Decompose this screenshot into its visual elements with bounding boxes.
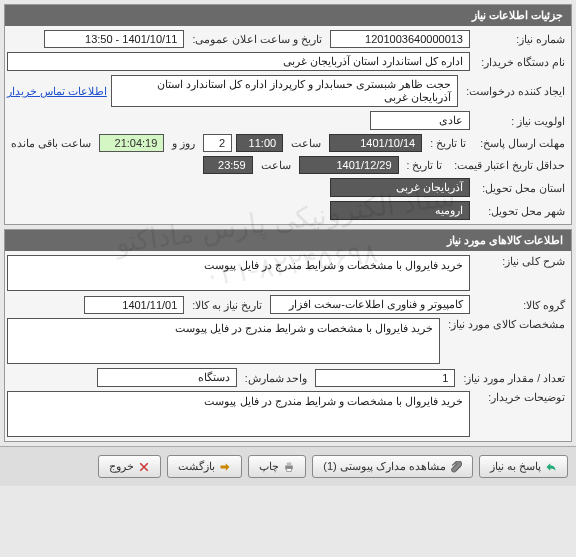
exit-icon: [138, 461, 150, 473]
validity-label: حداقل تاریخ اعتبار قیمت:: [450, 159, 569, 171]
buyer-contact-link[interactable]: اطلاعات تماس خریدار: [7, 85, 107, 97]
buyer-field: اداره کل استاندارد استان آذربایجان غربی: [7, 52, 470, 71]
print-icon: [283, 461, 295, 473]
remain-time-field: 21:04:19: [99, 134, 165, 152]
goods-info-header: اطلاعات کالاهای مورد نیاز: [5, 230, 571, 251]
button-bar: پاسخ به نیاز مشاهده مدارک پیوستی (1) چاپ…: [0, 446, 576, 486]
desc-label: شرح کلی نیاز:: [474, 255, 569, 267]
creator-field: حجت ظاهر شبستری حسابدار و کارپرداز اداره…: [111, 75, 458, 107]
goods-info-panel: اطلاعات کالاهای مورد نیاز شرح کلی نیاز: …: [4, 229, 572, 442]
svg-rect-2: [287, 468, 292, 471]
city-label: شهر محل تحویل:: [474, 205, 569, 217]
reply-button-label: پاسخ به نیاز: [490, 460, 541, 473]
qty-field: 1: [315, 369, 455, 387]
need-no-field: 1201003640000013: [330, 30, 470, 48]
group-label: گروه کالا:: [474, 299, 569, 311]
priority-label: اولویت نیاز :: [474, 115, 569, 127]
reply-button[interactable]: پاسخ به نیاز: [479, 455, 568, 478]
time-label-2: ساعت: [257, 159, 295, 171]
remain-suffix: ساعت باقی مانده: [7, 137, 95, 149]
announce-field: 1401/10/11 - 13:50: [44, 30, 184, 48]
svg-rect-1: [287, 462, 292, 465]
need-no-label: شماره نیاز:: [474, 33, 569, 45]
city-field: ارومیه: [330, 201, 470, 220]
need-date-label: تاریخ نیاز به کالا:: [188, 299, 266, 311]
attachments-button[interactable]: مشاهده مدارک پیوستی (1): [312, 455, 473, 478]
remain-days-label: روز و: [168, 137, 199, 149]
back-button[interactable]: بازگشت: [167, 455, 242, 478]
back-icon: [219, 461, 231, 473]
validity-time-field: 23:59: [203, 156, 253, 174]
print-button[interactable]: چاپ: [248, 455, 306, 478]
deadline-date-field: 1401/10/14: [329, 134, 422, 152]
creator-label: ایجاد کننده درخواست:: [462, 85, 569, 97]
desc-field: خرید فایروال با مشخصات و شرایط مندرج در …: [7, 255, 470, 291]
exit-button-label: خروج: [109, 460, 134, 473]
print-button-label: چاپ: [259, 460, 279, 473]
unit-label: واحد شمارش:: [241, 372, 312, 384]
need-date-field: 1401/11/01: [84, 296, 184, 314]
buyer-notes-field: خرید فایروال با مشخصات و شرایط مندرج در …: [7, 391, 470, 437]
exit-button[interactable]: خروج: [98, 455, 161, 478]
deadline-time-field: 11:00: [236, 134, 283, 152]
remain-days-field: 2: [203, 134, 232, 152]
need-details-header: جزئیات اطلاعات نیاز: [5, 5, 571, 26]
qty-label: تعداد / مقدار مورد نیاز:: [459, 372, 569, 384]
deadline-label: مهلت ارسال پاسخ:: [474, 137, 569, 149]
province-field: آذربایجان غربی: [330, 178, 470, 197]
spec-field: خرید فایروال با مشخصات و شرایط مندرج در …: [7, 318, 440, 364]
to-date-label-2: تا تاریخ :: [403, 159, 447, 171]
announce-label: تاریخ و ساعت اعلان عمومی:: [188, 33, 326, 45]
reply-icon: [545, 461, 557, 473]
validity-date-field: 1401/12/29: [299, 156, 399, 174]
unit-field: دستگاه: [97, 368, 237, 387]
group-field: کامپیوتر و فناوری اطلاعات-سخت افزار: [270, 295, 470, 314]
to-date-label-1: تا تاریخ :: [426, 137, 470, 149]
need-details-panel: جزئیات اطلاعات نیاز شماره نیاز: 12010036…: [4, 4, 572, 225]
attachments-button-label: مشاهده مدارک پیوستی (1): [323, 460, 446, 473]
priority-field: عادی: [370, 111, 470, 130]
buyer-notes-label: توضیحات خریدار:: [474, 391, 569, 403]
buyer-label: نام دستگاه خریدار:: [474, 56, 569, 68]
province-label: استان محل تحویل:: [474, 182, 569, 194]
spec-label: مشخصات کالای مورد نیاز:: [444, 318, 569, 330]
back-button-label: بازگشت: [178, 460, 215, 473]
attachment-icon: [450, 461, 462, 473]
time-label-1: ساعت: [287, 137, 325, 149]
